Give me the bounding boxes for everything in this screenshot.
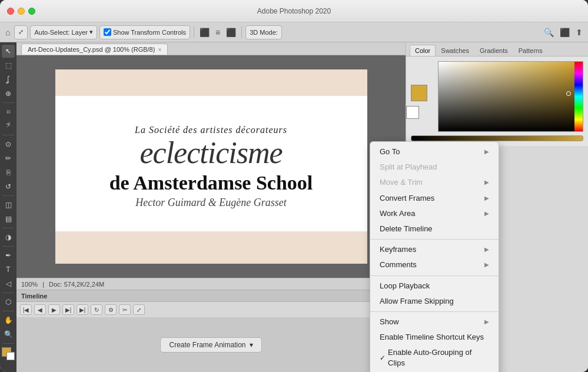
tool-dodge[interactable]: ◑ — [2, 231, 15, 244]
color-hue-strip[interactable] — [574, 62, 583, 131]
tool-quick-select[interactable]: ⊕ — [2, 87, 15, 100]
ctx-convert-frames-label: Convert Frames — [380, 193, 434, 204]
close-window-button[interactable] — [7, 8, 14, 15]
tool-zoom[interactable]: 🔍 — [2, 328, 15, 341]
ctx-work-area[interactable]: Work Area ▶ — [370, 206, 499, 221]
tool-marquee[interactable]: ⬚ — [2, 59, 15, 72]
arrange-windows-icon[interactable]: ⬛ — [558, 26, 572, 38]
create-animation-dropdown-icon[interactable]: ▾ — [250, 341, 253, 349]
ctx-work-area-arrow: ▶ — [484, 210, 489, 218]
tool-gradient[interactable]: ▤ — [2, 212, 15, 225]
align-right-icon[interactable]: ⬛ — [224, 26, 238, 38]
timeline-title: Timeline — [21, 293, 47, 300]
timeline-loop[interactable]: ↻ — [91, 304, 102, 315]
timeline-play[interactable]: ▶ — [48, 304, 60, 315]
background-swatch[interactable] — [406, 106, 419, 119]
tool-clone[interactable]: ⎘ — [2, 166, 15, 179]
ctx-convert-frames[interactable]: Convert Frames ▶ — [370, 191, 499, 206]
tool-type[interactable]: T — [2, 263, 15, 276]
tab-color[interactable]: Color — [410, 45, 436, 56]
ctx-loop-playback[interactable]: Loop Playback — [370, 278, 499, 294]
align-left-icon[interactable]: ⬛ — [198, 26, 211, 38]
ctx-allow-frame-skipping[interactable]: Allow Frame Skipping — [370, 294, 499, 309]
tools-separator-8 — [2, 343, 14, 344]
tools-separator-6 — [2, 293, 14, 293]
tool-brush[interactable]: ✏ — [2, 152, 15, 165]
layer-dropdown[interactable]: Layer — [71, 29, 88, 36]
art-text-bold: de Amsterdamse School — [109, 172, 313, 194]
home-icon[interactable]: ⌂ — [4, 26, 12, 38]
maximize-window-button[interactable] — [28, 8, 35, 15]
ctx-go-to[interactable]: Go To ▶ — [370, 144, 499, 160]
tool-pen[interactable]: ✒ — [2, 249, 15, 262]
tab-bar: Art-Deco-Updates_Cy.psd @ 100% (RGB/8) × — [16, 42, 406, 55]
ctx-sep-1 — [370, 239, 499, 240]
ctx-show-label: Show — [380, 317, 399, 327]
auto-select-label: Auto-Select: — [34, 29, 69, 36]
tab-patterns[interactable]: Patterns — [513, 45, 548, 56]
timeline-header: Timeline — [16, 290, 406, 302]
ctx-comments-arrow: ▶ — [484, 261, 489, 269]
ctx-enable-auto-grouping[interactable]: Enable Auto-Grouping of Clips — [370, 345, 499, 371]
timeline-transition[interactable]: ⤢ — [133, 304, 145, 315]
tool-history-brush[interactable]: ↺ — [2, 180, 15, 193]
canvas-text-area: La Société des artistes décorateurs ecle… — [55, 69, 367, 264]
tool-shapes[interactable]: ⬡ — [2, 295, 15, 308]
timeline-next-frame[interactable]: ▶| — [62, 304, 74, 315]
ctx-keyframes-arrow: ▶ — [484, 245, 489, 254]
tool-move[interactable]: ↖ — [2, 45, 15, 58]
canvas-timeline-area: Art-Deco-Updates_Cy.psd @ 100% (RGB/8) ×… — [16, 42, 406, 372]
foreground-color-swatch[interactable] — [2, 347, 15, 360]
create-animation-button[interactable]: Create Frame Animation ▾ — [160, 337, 261, 353]
color-picker-box[interactable] — [438, 61, 583, 132]
ctx-loop-playback-label: Loop Playback — [380, 281, 430, 291]
tab-gradients[interactable]: Gradients — [474, 45, 513, 56]
ctx-go-to-label: Go To — [380, 147, 400, 157]
move-tool-btn[interactable]: ⤢ — [14, 25, 28, 39]
search-icon[interactable]: 🔍 — [542, 26, 556, 38]
ctx-keyframes[interactable]: Keyframes ▶ — [370, 242, 499, 257]
show-transform-btn[interactable]: Show Transform Controls — [99, 25, 190, 39]
tool-hand[interactable]: ✋ — [2, 314, 15, 327]
art-text-subtitle: Hector Guimard & Eugène Grasset — [135, 197, 286, 209]
align-center-icon[interactable]: ≡ — [214, 26, 222, 38]
timeline-trim[interactable]: ✂ — [119, 304, 131, 315]
ctx-move-trim-arrow: ▶ — [484, 178, 489, 187]
ctx-move-trim: Move & Trim ▶ — [370, 175, 499, 190]
timeline-prev-frame[interactable]: ◀ — [34, 304, 46, 315]
ctx-delete-timeline-label: Delete Timeline — [380, 224, 433, 234]
3d-mode-label: 3D Mode: — [250, 29, 278, 36]
auto-select-btn[interactable]: Auto-Select: Layer ▾ — [30, 25, 97, 39]
transform-checkbox[interactable] — [104, 28, 111, 36]
tool-lasso[interactable]: ʆ — [2, 73, 15, 86]
ctx-show-arrow: ▶ — [484, 318, 489, 326]
tool-spot-heal[interactable]: ⊙ — [2, 138, 15, 151]
color-slider-hue[interactable] — [411, 135, 583, 141]
timeline-settings[interactable]: ⚙ — [105, 304, 117, 315]
ctx-comments-label: Comments — [380, 260, 417, 270]
tool-eyedropper[interactable]: 𝄣 — [2, 119, 15, 132]
tool-eraser[interactable]: ◫ — [2, 198, 15, 211]
ctx-enable-auto-grouping-label: Enable Auto-Grouping of Clips — [388, 347, 489, 368]
tool-crop[interactable]: ⌗ — [2, 105, 15, 118]
color-swatch-container — [411, 85, 434, 108]
share-icon[interactable]: ⬆ — [574, 26, 584, 38]
ctx-show[interactable]: Show ▶ — [370, 314, 499, 330]
tab-close-button[interactable]: × — [158, 46, 161, 53]
ctx-delete-timeline[interactable]: Delete Timeline — [370, 221, 499, 237]
tools-separator-5 — [2, 246, 14, 247]
tab-swatches[interactable]: Swatches — [436, 45, 474, 56]
ctx-sep-3 — [370, 311, 499, 312]
timeline-controls: |◀ ◀ ▶ ▶| ▶| ↻ ⚙ ✂ ⤢ — [16, 302, 406, 317]
tool-path-selection[interactable]: ◁ — [2, 277, 15, 290]
color-sliders — [411, 135, 583, 141]
canvas-tab[interactable]: Art-Deco-Updates_Cy.psd @ 100% (RGB/8) × — [21, 44, 168, 55]
minimize-window-button[interactable] — [18, 8, 25, 15]
3d-mode-btn[interactable]: 3D Mode: — [245, 25, 282, 39]
timeline-skip-end[interactable]: ▶| — [77, 304, 88, 315]
foreground-swatch[interactable] — [411, 85, 427, 101]
tools-panel: ↖ ⬚ ʆ ⊕ ⌗ 𝄣 ⊙ ✏ ⎘ ↺ ◫ ▤ ◑ ✒ T ◁ ⬡ ✋ 🔍 — [0, 42, 16, 372]
ctx-enable-timeline-shortcut-keys[interactable]: Enable Timeline Shortcut Keys — [370, 330, 499, 345]
ctx-comments[interactable]: Comments ▶ — [370, 257, 499, 273]
timeline-skip-start[interactable]: |◀ — [20, 304, 32, 315]
